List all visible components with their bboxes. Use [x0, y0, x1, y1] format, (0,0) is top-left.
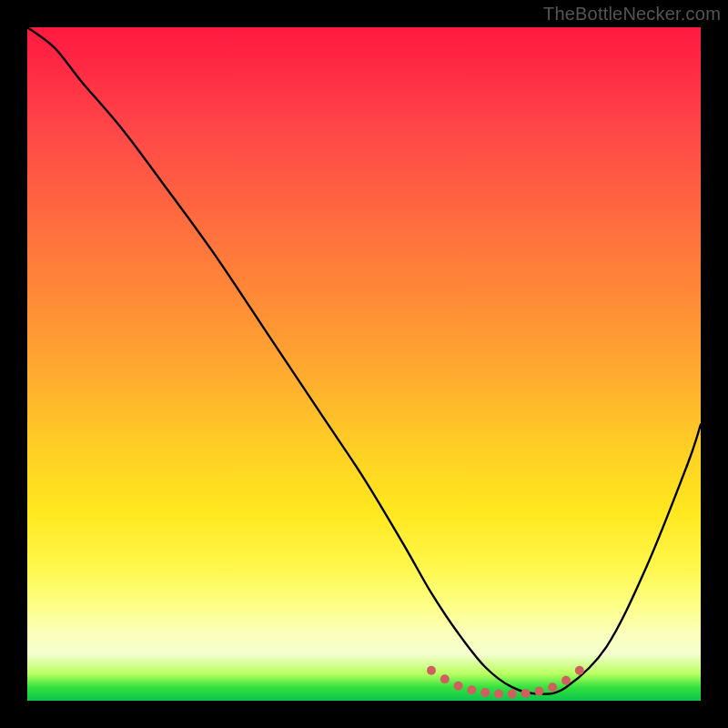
- highlight-dot: [548, 682, 557, 692]
- highlight-dot: [427, 666, 436, 675]
- highlight-dot: [508, 690, 517, 699]
- highlight-dot: [454, 682, 463, 691]
- watermark-text: TheBottleNecker.com: [543, 4, 721, 25]
- highlight-dot: [467, 685, 476, 694]
- highlight-dot: [494, 690, 503, 699]
- highlight-dot: [521, 689, 531, 698]
- highlight-dot: [480, 688, 490, 697]
- highlight-dot: [575, 666, 584, 675]
- chart-frame: TheBottleNecker.com: [0, 0, 728, 728]
- highlight-dot: [561, 676, 571, 685]
- plot-area: [27, 27, 701, 701]
- highlight-dot: [534, 687, 543, 696]
- highlight-dots: [27, 27, 701, 701]
- highlight-dot: [440, 674, 450, 683]
